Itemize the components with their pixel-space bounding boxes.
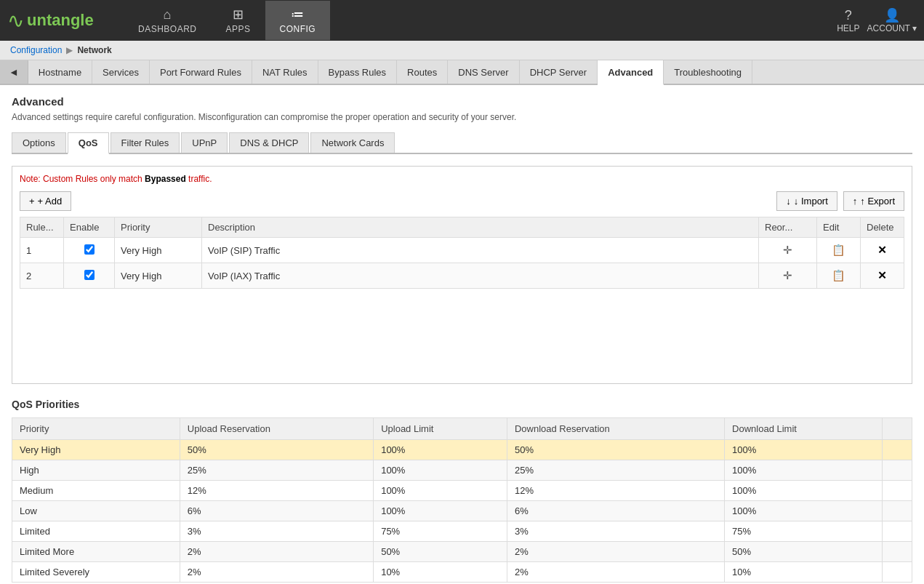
tab-port-forward[interactable]: Port Forward Rules — [150, 60, 252, 84]
tab-dns-server[interactable]: DNS Server — [448, 60, 519, 84]
sub-tab-qos[interactable]: QoS — [68, 132, 109, 154]
list-item: Limited Severely 2% 10% 2% 10% — [12, 562, 912, 583]
nav-dashboard[interactable]: ⌂ DASHBOARD — [124, 1, 212, 40]
priority-name: Low — [12, 501, 180, 521]
priority-actions — [882, 521, 912, 542]
nav-config[interactable]: ≔ CONFIG — [265, 1, 331, 40]
list-item: Very High 50% 100% 50% 100% — [12, 440, 912, 460]
priority-name: Limited — [12, 521, 180, 542]
main-tabs: ◄ Hostname Services Port Forward Rules N… — [0, 60, 924, 85]
col-header-priority: Priority — [12, 418, 180, 440]
priority-name: Limited More — [12, 542, 180, 562]
sub-tab-dns-dhcp[interactable]: DNS & DHCP — [229, 132, 309, 153]
download-reservation: 2% — [507, 562, 724, 583]
priority-actions — [882, 460, 912, 481]
tab-nat[interactable]: NAT Rules — [252, 60, 318, 84]
download-limit: 100% — [725, 481, 883, 501]
apps-icon: ⊞ — [233, 7, 244, 23]
nav-dashboard-label: DASHBOARD — [138, 24, 197, 34]
upload-reservation: 12% — [180, 481, 373, 501]
col-header-upload-limit: Upload Limit — [374, 418, 507, 440]
top-navigation: ∿ untangle ⌂ DASHBOARD ⊞ APPS ≔ CONFIG ?… — [0, 0, 924, 41]
sub-tab-network-cards[interactable]: Network Cards — [310, 132, 395, 153]
sub-tab-filter-rules[interactable]: Filter Rules — [111, 132, 180, 153]
nav-config-label: CONFIG — [280, 24, 316, 34]
reorder-button[interactable]: ✛ — [780, 242, 795, 258]
priority-name: High — [12, 460, 180, 481]
breadcrumb: Configuration ▶ Network — [0, 41, 924, 60]
import-button[interactable]: ↓ ↓ Import — [776, 191, 837, 211]
tab-services[interactable]: Services — [92, 60, 150, 84]
priority-actions — [882, 481, 912, 501]
rule-edit-cell: 📋 — [817, 238, 861, 263]
download-limit: 10% — [725, 562, 883, 583]
export-button[interactable]: ↑ ↑ Export — [843, 191, 904, 211]
rules-toolbar: + + Add ↓ ↓ Import ↑ ↑ Export — [20, 191, 904, 211]
nav-account-label: ACCOUNT ▾ — [867, 23, 917, 33]
tab-bypass[interactable]: Bypass Rules — [318, 60, 397, 84]
tab-back-button[interactable]: ◄ — [0, 60, 28, 84]
rule-priority: Very High — [115, 238, 202, 263]
priority-name: Medium — [12, 481, 180, 501]
upload-limit: 100% — [374, 440, 507, 460]
edit-button[interactable]: 📋 — [829, 242, 848, 258]
upload-reservation: 2% — [180, 562, 373, 583]
download-limit: 100% — [725, 440, 883, 460]
rule-enable-checkbox[interactable] — [84, 270, 95, 280]
upload-reservation: 50% — [180, 440, 373, 460]
upload-limit: 75% — [374, 521, 507, 542]
back-arrow-icon: ◄ — [9, 66, 19, 78]
nav-items: ⌂ DASHBOARD ⊞ APPS ≔ CONFIG — [124, 1, 837, 40]
rule-reorder-cell: ✛ — [759, 238, 817, 263]
delete-button[interactable]: ✕ — [875, 242, 890, 258]
rule-enable-checkbox[interactable] — [84, 244, 95, 255]
tab-hostname[interactable]: Hostname — [28, 60, 92, 84]
add-rule-button[interactable]: + + Add — [20, 191, 71, 211]
rule-number: 2 — [20, 263, 64, 289]
sub-tab-options[interactable]: Options — [12, 132, 66, 153]
tab-dhcp-server[interactable]: DHCP Server — [520, 60, 598, 84]
upload-limit: 100% — [374, 460, 507, 481]
delete-button[interactable]: ✕ — [875, 268, 890, 284]
dashboard-icon: ⌂ — [164, 7, 172, 23]
breadcrumb-separator: ▶ — [66, 45, 73, 55]
config-icon: ≔ — [291, 7, 305, 23]
upload-limit: 50% — [374, 542, 507, 562]
col-header-download-limit: Download Limit — [725, 418, 883, 440]
upload-reservation: 25% — [180, 460, 373, 481]
rule-priority: Very High — [115, 263, 202, 289]
reorder-button[interactable]: ✛ — [780, 268, 795, 284]
sub-tabs: Options QoS Filter Rules UPnP DNS & DHCP… — [12, 132, 912, 154]
edit-button[interactable]: 📋 — [829, 268, 848, 284]
nav-account[interactable]: 👤 ACCOUNT ▾ — [867, 7, 917, 33]
breadcrumb-network: Network — [77, 45, 111, 55]
col-header-priority: Priority — [115, 217, 202, 238]
rule-delete-cell: ✕ — [861, 238, 904, 263]
sub-tab-upnp[interactable]: UPnP — [181, 132, 228, 153]
tab-troubleshooting[interactable]: Troubleshooting — [664, 60, 752, 84]
section-title: Advanced — [12, 95, 912, 108]
qos-priorities-table: Priority Upload Reservation Upload Limit… — [12, 417, 912, 583]
breadcrumb-configuration[interactable]: Configuration — [10, 45, 62, 55]
nav-apps[interactable]: ⊞ APPS — [212, 1, 265, 40]
nav-right: ? HELP 👤 ACCOUNT ▾ — [837, 7, 917, 33]
upload-reservation: 3% — [180, 521, 373, 542]
rule-number: 1 — [20, 238, 64, 263]
priority-name: Limited Severely — [12, 562, 180, 583]
download-reservation: 6% — [507, 501, 724, 521]
download-reservation: 12% — [507, 481, 724, 501]
nav-help[interactable]: ? HELP — [837, 8, 859, 33]
rule-reorder-cell: ✛ — [759, 263, 817, 289]
logo-icon: ∿ — [7, 9, 24, 33]
download-limit: 100% — [725, 501, 883, 521]
section-description: Advanced settings require careful config… — [12, 112, 912, 122]
tab-routes[interactable]: Routes — [397, 60, 448, 84]
list-item: Limited More 2% 50% 2% 50% — [12, 542, 912, 562]
download-limit: 100% — [725, 460, 883, 481]
rule-edit-cell: 📋 — [817, 263, 861, 289]
tab-advanced[interactable]: Advanced — [598, 60, 664, 85]
list-item: High 25% 100% 25% 100% — [12, 460, 912, 481]
rule-delete-cell: ✕ — [861, 263, 904, 289]
upload-limit: 100% — [374, 501, 507, 521]
nav-apps-label: APPS — [226, 24, 251, 34]
